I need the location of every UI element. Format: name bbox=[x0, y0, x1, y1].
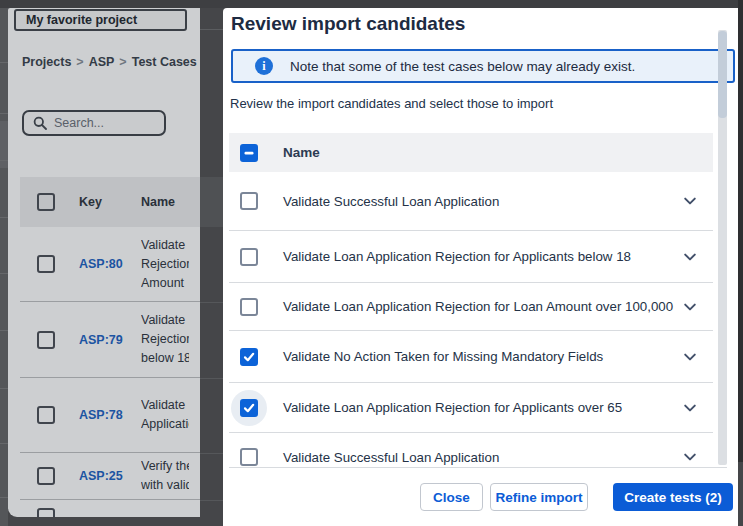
candidate-list: Validate Successful Loan ApplicationVali… bbox=[229, 172, 713, 481]
candidate-row: Validate Loan Application Rejection for … bbox=[229, 231, 713, 283]
info-icon: i bbox=[255, 57, 273, 75]
chevron-down-icon[interactable] bbox=[682, 249, 698, 265]
info-banner-text: Note that some of the test cases below m… bbox=[290, 59, 635, 74]
list-header-name-label: Name bbox=[283, 145, 320, 160]
row-checkbox[interactable] bbox=[37, 467, 55, 485]
project-selector[interactable]: My favorite project bbox=[14, 9, 187, 31]
dimmed-rail-line bbox=[0, 62, 8, 63]
background-table-body: ASP:80ValidateRejectionAmountASP:79Valid… bbox=[20, 227, 200, 517]
test-case-name-cell: ValidateApplication bbox=[141, 396, 189, 434]
test-case-name-cell: Verify thewith valid bbox=[141, 457, 189, 495]
test-case-key-link[interactable]: ASP:78 bbox=[79, 408, 141, 422]
table-row: ASP:25Verify thewith valid bbox=[20, 453, 200, 500]
dimmed-rail-line bbox=[0, 443, 8, 444]
dimmed-divider-remnant bbox=[200, 302, 223, 303]
dimmed-rail-line bbox=[0, 160, 8, 161]
modal-title: Review import candidates bbox=[231, 13, 465, 35]
candidate-label: Validate Loan Application Rejection for … bbox=[283, 400, 622, 415]
candidate-row: Validate Successful Loan Application bbox=[229, 433, 713, 481]
dimmed-page-right-edge bbox=[738, 0, 743, 462]
candidate-checkbox[interactable] bbox=[240, 192, 258, 210]
select-all-checkbox[interactable] bbox=[37, 193, 55, 211]
candidate-row: Validate Loan Application Rejection for … bbox=[229, 283, 713, 331]
row-checkbox[interactable] bbox=[37, 331, 55, 349]
instruction-text: Review the import candidates and select … bbox=[230, 96, 553, 111]
chevron-down-icon[interactable] bbox=[682, 400, 698, 416]
test-case-key-link[interactable]: ASP:79 bbox=[79, 333, 141, 347]
dimmed-page-top-strip bbox=[0, 0, 743, 8]
candidate-checkbox-checked[interactable] bbox=[240, 348, 258, 366]
candidate-checkbox-checked[interactable] bbox=[240, 399, 258, 417]
candidate-checkbox[interactable] bbox=[240, 248, 258, 266]
row-checkbox[interactable] bbox=[37, 508, 55, 517]
breadcrumb[interactable]: Projects>ASP>Test Cases bbox=[22, 55, 197, 69]
list-bottom-divider bbox=[229, 467, 727, 468]
column-header-name: Name bbox=[141, 195, 189, 209]
table-row: ASP:78ValidateApplication bbox=[20, 378, 200, 453]
breadcrumb-separator: > bbox=[114, 55, 131, 69]
test-case-key-link[interactable]: ASP:80 bbox=[79, 257, 141, 271]
background-test-cases-panel: My favorite project Projects>ASP>Test Ca… bbox=[8, 8, 200, 517]
create-tests-button[interactable]: Create tests (2) bbox=[613, 483, 733, 511]
dimmed-page-left-rail bbox=[0, 8, 8, 526]
candidate-label: Validate Successful Loan Application bbox=[283, 194, 499, 209]
dimmed-rail-line bbox=[0, 497, 8, 498]
refine-import-button[interactable]: Refine import bbox=[490, 483, 588, 511]
dimmed-rail-line bbox=[0, 273, 8, 274]
close-button[interactable]: Close bbox=[420, 483, 483, 511]
search-input[interactable]: Search... bbox=[22, 110, 166, 136]
chevron-down-icon[interactable] bbox=[682, 299, 698, 315]
scrollbar-thumb[interactable] bbox=[718, 31, 727, 118]
dimmed-rail-line bbox=[0, 217, 8, 218]
chevron-down-icon[interactable] bbox=[682, 193, 698, 209]
dimmed-divider-remnant bbox=[200, 378, 223, 379]
select-all-checkbox-indeterminate[interactable] bbox=[240, 144, 258, 162]
candidate-list-header: Name bbox=[229, 133, 713, 172]
row-checkbox[interactable] bbox=[37, 255, 55, 273]
dimmed-table-header-remnant bbox=[200, 177, 223, 227]
candidate-row: Validate No Action Taken for Missing Man… bbox=[229, 331, 713, 383]
candidate-label: Validate No Action Taken for Missing Man… bbox=[283, 349, 603, 364]
dimmed-divider-remnant bbox=[200, 453, 223, 454]
review-import-candidates-modal: Review import candidates i Note that som… bbox=[223, 8, 738, 526]
candidate-label: Validate Successful Loan Application bbox=[283, 450, 499, 465]
table-header-row: Key Name bbox=[20, 177, 200, 227]
column-header-key: Key bbox=[79, 195, 141, 209]
modal-scrollbar[interactable] bbox=[718, 30, 727, 465]
breadcrumb-item[interactable]: Projects bbox=[22, 55, 71, 69]
search-placeholder: Search... bbox=[54, 116, 104, 130]
candidate-row: Validate Loan Application Rejection for … bbox=[229, 383, 713, 433]
test-case-key-link[interactable]: ASP:25 bbox=[79, 469, 141, 483]
chevron-down-icon[interactable] bbox=[682, 349, 698, 365]
search-icon bbox=[33, 116, 47, 130]
candidate-row: Validate Successful Loan Application bbox=[229, 172, 713, 231]
breadcrumb-separator: > bbox=[71, 55, 88, 69]
table-row: ASP:79ValidateRejectionbelow 18 bbox=[20, 302, 200, 378]
dimmed-rail-line bbox=[0, 113, 8, 114]
modal-backdrop-gap bbox=[200, 8, 223, 526]
candidate-label: Validate Loan Application Rejection for … bbox=[283, 299, 673, 314]
candidate-checkbox[interactable] bbox=[240, 298, 258, 316]
candidate-label: Validate Loan Application Rejection for … bbox=[283, 249, 631, 264]
dimmed-rail-line bbox=[0, 388, 8, 389]
test-case-name-cell: ValidateRejectionbelow 18 bbox=[141, 311, 189, 368]
breadcrumb-item[interactable]: ASP bbox=[89, 55, 115, 69]
dimmed-divider-remnant bbox=[200, 500, 223, 501]
table-row: ASP:80ValidateRejectionAmount bbox=[20, 227, 200, 302]
dimmed-rail-line bbox=[0, 330, 8, 331]
candidate-checkbox[interactable] bbox=[240, 448, 258, 466]
row-checkbox[interactable] bbox=[37, 406, 55, 424]
info-banner: i Note that some of the test cases below… bbox=[231, 49, 735, 83]
test-case-name-cell: ValidateRejectionAmount bbox=[141, 236, 189, 293]
breadcrumb-item[interactable]: Test Cases bbox=[132, 55, 197, 69]
chevron-down-icon[interactable] bbox=[682, 449, 698, 465]
